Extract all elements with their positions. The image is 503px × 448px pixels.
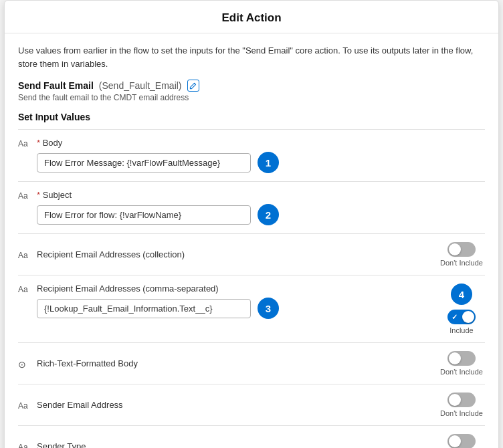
toggle-rich-text[interactable] xyxy=(447,351,476,366)
input-wrapper-recipient-comma: 3 xyxy=(37,298,433,319)
field-row-body: Aa * Body 1 xyxy=(18,130,485,182)
description-text: Use values from earlier in the flow to s… xyxy=(18,44,485,70)
type-icon-sender-email: Aa xyxy=(18,401,31,411)
action-name-row: Send Fault Email (Send_Fault_Email) xyxy=(18,80,485,92)
modal-body: Use values from earlier in the flow to s… xyxy=(5,33,498,448)
section-title: Set Input Values xyxy=(18,112,485,122)
toggle-sender-type[interactable] xyxy=(447,434,476,448)
field-content-recipient-comma: Recipient Email Addresses (comma-separat… xyxy=(37,284,433,319)
toggle-area-recipient-comma: 4 ✓ Include xyxy=(438,284,485,334)
type-icon-recipient-comma: Aa xyxy=(18,285,31,294)
modal-title: Edit Action xyxy=(221,11,281,24)
field-row-subject: Aa * Subject 2 xyxy=(18,182,485,234)
badge-subject: 2 xyxy=(258,204,279,225)
field-label-recipient-collection: Recipient Email Addresses (collection) xyxy=(37,249,433,259)
field-label-sender-email: Sender Email Address xyxy=(37,400,433,410)
edit-action-modal: Edit Action Use values from earlier in t… xyxy=(4,0,499,448)
field-label-body: * Body xyxy=(37,138,485,148)
input-wrapper-body: 1 xyxy=(37,152,485,173)
field-content-subject: * Subject 2 xyxy=(37,190,485,225)
field-row-sender-type: Aa Sender Type Don't Include xyxy=(18,426,485,448)
toggle-area-sender-email: Don't Include xyxy=(438,393,485,417)
field-label-sender-type: Sender Type xyxy=(37,441,433,448)
type-icon-body: Aa xyxy=(18,139,31,148)
type-icon-subject: Aa xyxy=(18,191,31,201)
toggle-area-rich-text: Don't Include xyxy=(438,351,485,376)
toggle-recipient-collection[interactable] xyxy=(447,242,476,257)
required-star-subject: * xyxy=(37,190,43,200)
toggle-area-sender-type: Don't Include xyxy=(438,434,485,448)
type-icon-sender-type: Aa xyxy=(18,443,31,449)
toggle-check-icon: ✓ xyxy=(451,313,458,322)
edit-action-icon[interactable] xyxy=(187,80,199,92)
field-row-sender-email: Aa Sender Email Address Don't Include xyxy=(18,384,485,426)
input-subject[interactable] xyxy=(37,205,251,225)
toggle-recipient-comma[interactable]: ✓ xyxy=(447,310,476,324)
badge-toggle-recipient-comma: 4 xyxy=(451,284,472,305)
field-row-rich-text: ⊙ Rich-Text-Formatted Body Don't Include xyxy=(18,343,485,384)
modal-header: Edit Action xyxy=(5,1,498,33)
field-row-recipient-collection: Aa Recipient Email Addresses (collection… xyxy=(18,234,485,275)
required-star-body: * xyxy=(37,138,43,148)
input-wrapper-subject: 2 xyxy=(37,204,485,225)
action-api-name: (Send_Fault_Email) xyxy=(99,80,182,91)
action-description: Send the fault email to the CMDT email a… xyxy=(18,93,485,102)
badge-recipient-comma: 3 xyxy=(258,298,279,319)
field-row-recipient-comma: Aa Recipient Email Addresses (comma-sepa… xyxy=(18,275,485,343)
field-content-body: * Body 1 xyxy=(37,138,485,173)
toggle-label-recipient-comma: Include xyxy=(449,326,473,334)
field-label-rich-text: Rich-Text-Formatted Body xyxy=(37,358,433,368)
type-icon-rich-text: ⊙ xyxy=(18,359,31,370)
input-body[interactable] xyxy=(37,153,251,173)
toggle-label-recipient-collection: Don't Include xyxy=(440,259,483,267)
type-icon-recipient-collection: Aa xyxy=(18,251,31,260)
badge-body: 1 xyxy=(258,152,279,173)
input-recipient-comma[interactable] xyxy=(37,299,251,318)
field-label-subject: * Subject xyxy=(37,190,485,200)
toggle-label-rich-text: Don't Include xyxy=(440,368,483,376)
toggle-label-sender-email: Don't Include xyxy=(440,409,483,417)
field-label-recipient-comma: Recipient Email Addresses (comma-separat… xyxy=(37,284,433,294)
toggle-sender-email[interactable] xyxy=(447,393,476,407)
toggle-area-recipient-collection: Don't Include xyxy=(438,242,485,267)
action-display-name: Send Fault Email xyxy=(18,80,94,91)
